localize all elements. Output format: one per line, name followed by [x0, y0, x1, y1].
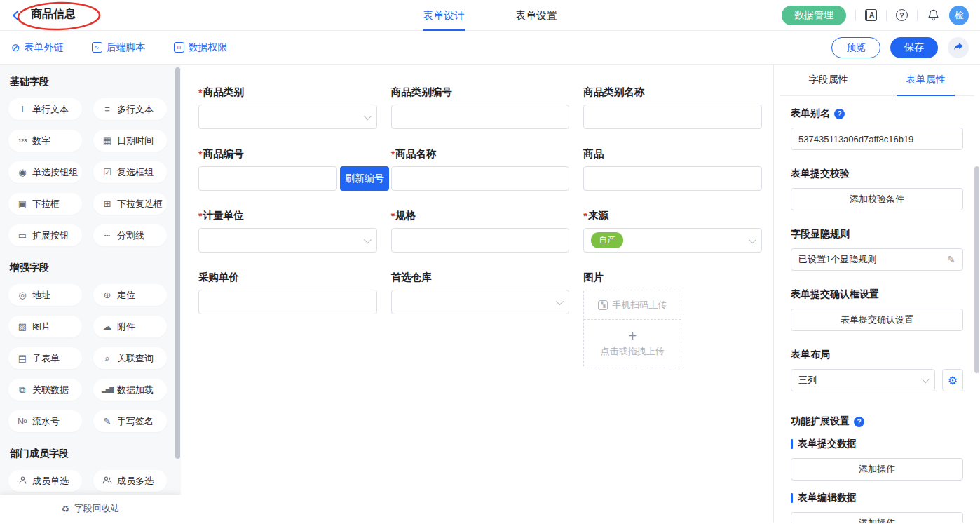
form-field-product[interactable]: 商品 — [583, 147, 762, 191]
field-type-signature[interactable]: ✎手写签名 — [93, 410, 167, 432]
data-permission-icon: ılı — [174, 42, 184, 53]
form-field-warehouse[interactable]: 首选仓库 — [391, 271, 570, 368]
tab-form-settings[interactable]: 表单设置 — [515, 0, 557, 31]
field-type-number[interactable]: 123数字 — [8, 130, 82, 152]
form-layout-label: 表单布局 — [791, 349, 963, 361]
help-icon[interactable]: ? — [834, 109, 845, 119]
form-canvas[interactable]: *商品类别 商品类别编号 商品类别名称 *商品编号 刷新编号 — [181, 65, 773, 523]
form-field-product-name[interactable]: *商品名称 — [391, 147, 570, 191]
divider — [886, 10, 887, 21]
field-type-attachment[interactable]: ☁附件 — [93, 316, 167, 337]
form-field-purchase-price[interactable]: 采购单价 — [198, 271, 377, 368]
category-name-input[interactable] — [583, 105, 762, 129]
field-type-member-single[interactable]: 成员单选 — [8, 470, 82, 492]
source-select[interactable]: 自产 — [583, 228, 762, 253]
field-type-radio-group[interactable]: ◉单选按钮组 — [8, 161, 82, 183]
field-type-dropdown-multi[interactable]: ⊞下拉复选框 — [93, 193, 167, 215]
form-external-link[interactable]: ⊘ 表单外链 — [11, 41, 64, 54]
data-permission-link[interactable]: ılı 数据权限 — [174, 41, 228, 54]
submit-confirm-label: 表单提交确认框设置 — [791, 288, 963, 301]
required-marker: * — [198, 149, 203, 160]
warehouse-select[interactable] — [391, 290, 570, 314]
form-field-spec[interactable]: *规格 — [391, 209, 570, 253]
form-field-source[interactable]: *来源 自产 — [583, 209, 762, 253]
field-type-serial-number[interactable]: №流水号 — [8, 410, 82, 432]
script-icon: ∿ — [92, 42, 102, 53]
form-alias-field[interactable] — [791, 128, 963, 150]
help-icon[interactable]: ? — [854, 417, 864, 427]
sidebar-scrollbar[interactable] — [175, 67, 180, 459]
form-field-category-name[interactable]: 商品类别名称 — [583, 86, 762, 129]
product-category-select[interactable] — [198, 105, 377, 129]
field-recycle-bin[interactable]: ♻ 字段回收站 — [0, 495, 181, 523]
field-type-related-data[interactable]: ⧉关联数据 — [8, 379, 82, 401]
tab-field-properties[interactable]: 字段属性 — [780, 65, 877, 95]
data-manage-button[interactable]: 数据管理 — [782, 6, 846, 25]
field-type-single-line-text[interactable]: I单行文本 — [8, 98, 82, 120]
refresh-code-button[interactable]: 刷新编号 — [340, 166, 389, 191]
backend-script-link[interactable]: ∿ 后端脚本 — [92, 41, 146, 54]
page-title[interactable]: 商品信息 — [28, 6, 79, 25]
form-field-product-category[interactable]: *商品类别 — [198, 86, 377, 129]
field-type-dropdown[interactable]: ▣下拉框 — [8, 193, 82, 215]
qr-code-icon: ▚ — [598, 300, 608, 310]
button-icon: ▭ — [17, 230, 28, 241]
save-button[interactable]: 保存 — [890, 37, 938, 58]
field-type-extend-button[interactable]: ▭扩展按钮 — [8, 224, 82, 246]
category-code-input[interactable] — [391, 105, 570, 129]
edit-icon[interactable]: ✎ — [947, 254, 955, 265]
add-submit-action-button[interactable]: 添加操作 — [791, 458, 963, 481]
share-button[interactable] — [948, 37, 969, 58]
field-type-divider[interactable]: ┄分割线 — [93, 224, 167, 246]
visibility-rules-field[interactable]: 已设置1个显隐规则 ✎ — [791, 248, 963, 271]
section-title-basic: 基础字段 — [10, 76, 167, 88]
dropdown-icon: ▣ — [17, 199, 28, 209]
source-tag: 自产 — [591, 232, 623, 248]
unit-select[interactable] — [198, 228, 377, 253]
scan-upload-button[interactable]: ▚ 手机扫码上传 — [584, 290, 681, 320]
layout-select[interactable]: 三列 — [791, 369, 935, 391]
form-alias-input[interactable] — [798, 134, 955, 145]
field-type-checkbox-group[interactable]: ☑复选框组 — [93, 161, 167, 183]
field-type-address[interactable]: ◎地址 — [8, 284, 82, 306]
radio-icon: ◉ — [17, 167, 28, 177]
form-field-product-code[interactable]: *商品编号 刷新编号 — [198, 147, 377, 191]
product-name-input[interactable] — [391, 166, 570, 191]
form-field-category-code[interactable]: 商品类别编号 — [391, 86, 570, 129]
back-icon[interactable] — [13, 10, 22, 20]
help-icon[interactable]: ? — [896, 9, 908, 21]
add-validation-button[interactable]: 添加校验条件 — [791, 188, 963, 210]
field-type-subform[interactable]: ▤子表单 — [8, 347, 82, 369]
field-type-image[interactable]: ▨图片 — [8, 316, 82, 337]
layout-settings-button[interactable]: ⚙ — [942, 369, 963, 391]
field-type-position[interactable]: ⊕定位 — [93, 284, 167, 306]
preview-button[interactable]: 预览 — [831, 37, 880, 58]
chevron-down-icon — [921, 375, 929, 383]
panel-scrollbar[interactable] — [974, 166, 979, 373]
field-type-data-load[interactable]: ▂▅▇数据加载 — [93, 379, 167, 401]
recycle-icon: ♻ — [61, 504, 69, 514]
product-code-input[interactable] — [198, 166, 337, 191]
field-type-datetime[interactable]: ▦日期时间 — [93, 130, 167, 152]
purchase-price-input[interactable] — [198, 290, 377, 314]
field-palette-sidebar: 基础字段 I单行文本 ≡多行文本 123数字 ▦日期时间 ◉单选按钮组 ☑复选框… — [0, 65, 181, 523]
tab-form-design[interactable]: 表单设计 — [423, 0, 465, 31]
spec-input[interactable] — [391, 228, 570, 253]
field-type-multi-line-text[interactable]: ≡多行文本 — [93, 98, 167, 120]
add-edit-action-button[interactable]: 添加操作 — [791, 512, 963, 523]
submit-confirm-button[interactable]: 表单提交确认设置 — [791, 309, 963, 331]
contacts-icon[interactable]: A — [865, 9, 877, 21]
product-input[interactable] — [583, 166, 762, 191]
properties-panel: 字段属性 表单属性 表单别名? 表单提交校验 添加校验条件 字段显隐规则 已设置… — [773, 65, 980, 523]
form-field-image[interactable]: 图片 ▚ 手机扫码上传 + 点击或拖拽上传 — [583, 271, 762, 368]
tab-form-properties[interactable]: 表单属性 — [877, 65, 974, 95]
header-tabs: 表单设计 表单设置 — [423, 0, 557, 31]
form-field-unit[interactable]: *计量单位 — [198, 209, 377, 253]
field-type-member-multi[interactable]: 成员多选 — [93, 470, 167, 492]
avatar[interactable]: 检 — [949, 6, 969, 25]
click-drag-upload-button[interactable]: + 点击或拖拽上传 — [584, 320, 681, 368]
field-type-related-query[interactable]: ⌕关联查询 — [93, 347, 167, 369]
section-title-members: 部门成员字段 — [10, 448, 167, 460]
bell-icon[interactable] — [927, 8, 940, 22]
form-validation-label: 表单提交校验 — [791, 168, 963, 180]
